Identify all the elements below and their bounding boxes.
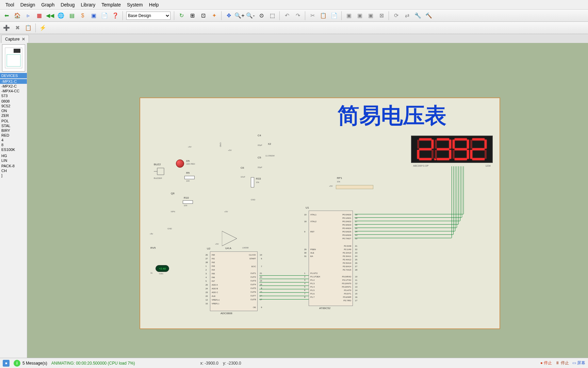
voltmeter[interactable]: +2.40: [156, 265, 169, 272]
menu-debug[interactable]: Debug: [58, 1, 77, 9]
block-icon-1[interactable]: ▣: [344, 11, 354, 21]
add-icon[interactable]: ➕: [1, 23, 12, 33]
status-messages[interactable]: i 5 Message(s): [14, 360, 47, 367]
tab-close-icon[interactable]: ✕: [22, 37, 25, 42]
bolt-icon[interactable]: ⚡: [38, 23, 48, 33]
grid-icon[interactable]: ⊞: [187, 11, 197, 21]
pcb-icon[interactable]: ▤: [67, 11, 77, 21]
chip-u1[interactable]: U1 AT89C52 19XTAL118XTAL29RST29PSEN30ALE…: [309, 211, 353, 306]
back-button[interactable]: ⬅: [1, 11, 12, 21]
home-button[interactable]: 🏠: [12, 11, 22, 21]
block-icon-2[interactable]: ▣: [355, 11, 365, 21]
design-select[interactable]: Base Design: [126, 12, 170, 20]
sidebar: DEVICES -MPX1-C -MPX2-C -MPX4-CC 573 080…: [0, 43, 27, 358]
diode-icon[interactable]: ▹: [23, 11, 33, 21]
redo-icon[interactable]: ↷: [293, 11, 303, 21]
mirror-icon[interactable]: ⇄: [402, 11, 412, 21]
menu-library[interactable]: Library: [78, 1, 98, 9]
screen-button[interactable]: ▭ 屏幕: [572, 360, 585, 366]
device-item[interactable]: LIN: [0, 158, 27, 163]
opamp-u4[interactable]: [222, 231, 239, 247]
pan-icon[interactable]: ✥: [224, 11, 234, 21]
dollar-icon[interactable]: $: [78, 11, 88, 21]
device-item[interactable]: -MPX1-C: [0, 79, 27, 84]
tool-icon[interactable]: 🔧: [413, 11, 423, 21]
globe-icon[interactable]: 🌐: [56, 11, 66, 21]
svg-marker-3: [222, 231, 237, 246]
menu-graph[interactable]: Graph: [38, 1, 57, 9]
preview-thumbnail[interactable]: [2, 44, 25, 72]
svg-rect-2: [7, 55, 20, 66]
hammer-icon[interactable]: 🔨: [424, 11, 434, 21]
schematic-sheet[interactable]: 简易电压表: [140, 97, 500, 329]
copy-icon[interactable]: 📋: [318, 11, 328, 21]
device-item[interactable]: POL: [0, 119, 27, 123]
zoom-in-icon[interactable]: 🔍+: [234, 11, 245, 21]
led-d5[interactable]: [176, 159, 184, 168]
device-item[interactable]: STAL: [0, 123, 27, 128]
block-icon-4[interactable]: ⊠: [376, 11, 387, 21]
buzzer[interactable]: [152, 166, 166, 178]
undo-icon[interactable]: ↶: [282, 11, 292, 21]
tab-label: Capture: [5, 37, 20, 42]
device-item[interactable]: ON: [0, 108, 27, 113]
menu-tool[interactable]: Tool: [3, 1, 17, 9]
schematic-title: 简易电压表: [338, 101, 446, 131]
device-item[interactable]: ZER: [0, 113, 27, 118]
resistor-network-rp1[interactable]: [336, 185, 373, 189]
seven-segment-display[interactable]: ABCDEFG DP 1234: [411, 136, 493, 163]
device-item[interactable]: RED: [0, 133, 27, 138]
device-item[interactable]: PACK-8: [0, 164, 27, 168]
main-area: DEVICES -MPX1-C -MPX2-C -MPX4-CC 573 080…: [0, 43, 588, 358]
device-item[interactable]: -MPX2-C: [0, 84, 27, 89]
cut-icon[interactable]: ✂: [307, 11, 317, 21]
device-item[interactable]: 0808: [0, 99, 27, 104]
paste-icon[interactable]: 📄: [329, 11, 339, 21]
device-item[interactable]: 9C52: [0, 104, 27, 108]
stop-button[interactable]: ● 停止: [540, 360, 552, 366]
device-item[interactable]: HG: [0, 153, 27, 158]
zoom-fit-icon[interactable]: ⊙: [256, 11, 266, 21]
menu-template[interactable]: Template: [99, 1, 124, 9]
status-coordinates: x: -3900.0 y: -2300.0: [200, 361, 241, 366]
status-right: ● 停止 ⏸ 停止 ▭ 屏幕: [540, 360, 585, 366]
device-item[interactable]: CH: [0, 168, 27, 173]
document-icon[interactable]: 📄: [99, 11, 110, 21]
status-square-icon[interactable]: ■: [3, 360, 10, 367]
help-icon[interactable]: ❓: [110, 11, 120, 21]
device-item[interactable]: -MPX4-CC: [0, 89, 27, 93]
chip-u2[interactable]: U2 ADC0808 26IN027IN128IN21IN32IN43IN54I…: [210, 251, 258, 311]
device-item[interactable]: BIRY: [0, 128, 27, 133]
canvas[interactable]: 简易电压表: [27, 43, 588, 358]
pause-button[interactable]: ⏸ 停止: [555, 360, 569, 366]
digit-2: [435, 138, 451, 160]
resistor-r5[interactable]: [184, 176, 195, 179]
menu-design[interactable]: Design: [18, 1, 38, 9]
tab-capture[interactable]: Capture ✕: [1, 35, 29, 43]
sheet-icon[interactable]: 📋: [23, 23, 33, 33]
digit-4: [470, 138, 487, 160]
block-icon-3[interactable]: ▣: [365, 11, 376, 21]
digit-1: [417, 138, 434, 160]
device-item[interactable]: ES100K: [0, 147, 27, 152]
binary-icon[interactable]: ▣: [88, 11, 99, 21]
delete-icon[interactable]: ✖: [12, 23, 22, 33]
rotate-icon[interactable]: ⟳: [391, 11, 401, 21]
refresh-icon[interactable]: ↻: [176, 11, 186, 21]
zoom-out-icon[interactable]: 🔍-: [245, 11, 256, 21]
devices-header: DEVICES: [0, 73, 27, 78]
chip-icon[interactable]: ▦: [34, 11, 44, 21]
device-item[interactable]: 573: [0, 93, 27, 98]
snap-icon[interactable]: ⊡: [198, 11, 208, 21]
center-icon[interactable]: ✦: [209, 11, 219, 21]
menu-help[interactable]: Help: [146, 1, 162, 9]
zoom-area-icon[interactable]: ⬚: [267, 11, 277, 21]
device-item[interactable]: 8: [0, 142, 27, 147]
rewind-button[interactable]: ◀◀: [45, 11, 55, 21]
status-animating: ANIMATING: 00:00:20.500000 (CPU load 7%): [51, 361, 135, 366]
device-item[interactable]: ]: [0, 173, 27, 178]
device-item[interactable]: 4: [0, 138, 27, 142]
resistor-r10[interactable]: [183, 200, 193, 204]
menu-system[interactable]: System: [124, 1, 146, 9]
resistor-r33[interactable]: [251, 177, 254, 187]
